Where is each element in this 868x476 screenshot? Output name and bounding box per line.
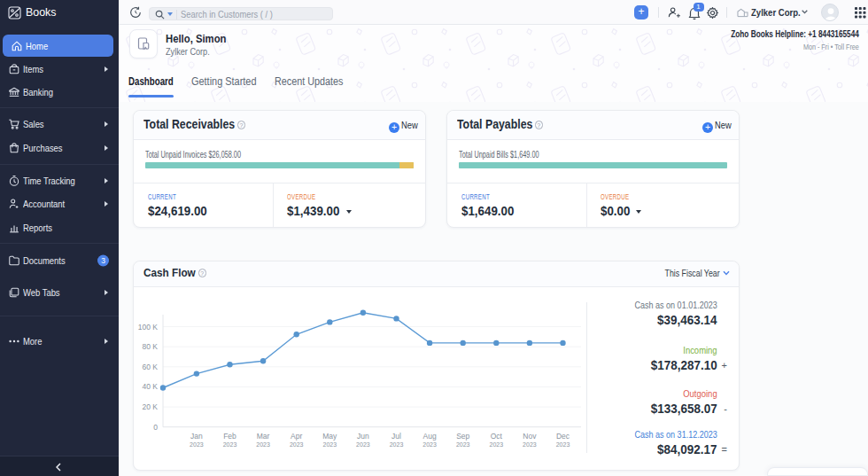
svg-text:Nov: Nov bbox=[523, 432, 537, 441]
svg-text:Apr: Apr bbox=[291, 432, 302, 441]
svg-text:80 K: 80 K bbox=[143, 342, 159, 351]
svg-text:2023: 2023 bbox=[556, 441, 570, 448]
svg-text:Jul: Jul bbox=[391, 432, 401, 441]
svg-text:2023: 2023 bbox=[422, 441, 437, 448]
svg-text:Mar: Mar bbox=[257, 432, 270, 441]
svg-text:Feb: Feb bbox=[223, 432, 236, 441]
svg-text:2023: 2023 bbox=[323, 441, 337, 448]
svg-text:40 K: 40 K bbox=[143, 382, 159, 391]
svg-text:Aug: Aug bbox=[423, 432, 437, 441]
svg-text:Sep: Sep bbox=[456, 432, 469, 441]
svg-text:20 K: 20 K bbox=[143, 402, 159, 411]
svg-text:2023: 2023 bbox=[290, 441, 304, 448]
svg-text:2023: 2023 bbox=[523, 441, 537, 448]
svg-text:Jun: Jun bbox=[357, 432, 369, 441]
svg-text:60 K: 60 K bbox=[143, 363, 159, 371]
svg-text:2023: 2023 bbox=[390, 441, 404, 448]
svg-text:2023: 2023 bbox=[356, 441, 370, 448]
svg-text:May: May bbox=[322, 432, 337, 441]
svg-text:2023: 2023 bbox=[190, 441, 204, 448]
svg-text:2023: 2023 bbox=[223, 441, 237, 448]
svg-text:2023: 2023 bbox=[490, 441, 504, 448]
svg-text:2023: 2023 bbox=[456, 441, 470, 448]
svg-text:Dec: Dec bbox=[556, 432, 570, 441]
svg-text:Jan: Jan bbox=[190, 432, 203, 441]
svg-text:100 K: 100 K bbox=[138, 323, 159, 332]
svg-text:0: 0 bbox=[153, 423, 158, 432]
svg-text:Oct: Oct bbox=[491, 432, 503, 441]
svg-text:2023: 2023 bbox=[256, 441, 270, 448]
